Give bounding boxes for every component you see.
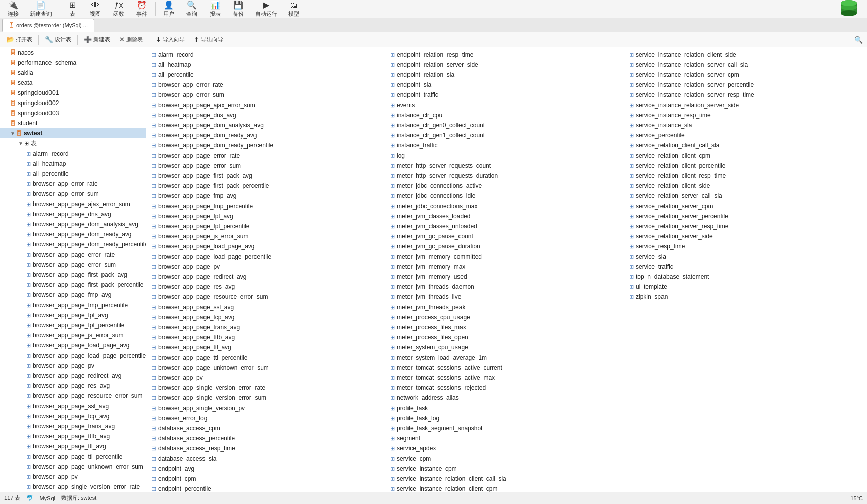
table-item[interactable]: ⊞instance_clr_gen0_collect_count [387,120,626,130]
table-item[interactable]: ⊞instance_traffic [387,140,626,150]
sidebar-item-browser-first-pack-perc[interactable]: ⊞ browser_app_page_first_pack_percentile [0,280,146,290]
sidebar-item-browser-tcp-avg[interactable]: ⊞ browser_app_page_tcp_avg [0,411,146,421]
sidebar-item-tables-folder[interactable]: ▼ ⊞ 表 [0,138,146,148]
table-item[interactable]: ⊞browser_app_error_rate [148,80,387,90]
table-item[interactable]: ⊞meter_tomcat_sessions_active_max [387,373,626,383]
func-btn[interactable]: ƒx 函数 [108,1,130,17]
table-item[interactable]: ⊞browser_app_page_tcp_avg [148,312,387,322]
sidebar-item-browser-dom-ready-avg[interactable]: ⊞ browser_app_page_dom_ready_avg [0,229,146,239]
delete-table-btn[interactable]: ✕ 删除表 [115,34,147,46]
table-item[interactable]: ⊞service_instance_relation_client_cpm [387,484,626,492]
sidebar-item-swtest[interactable]: ▼ 🗄 swtest [0,128,146,138]
table-item[interactable]: ⊞events [387,100,626,110]
sidebar-item-browser-ttfb-avg[interactable]: ⊞ browser_app_page_ttfb_avg [0,431,146,441]
sidebar-item-browser-error-sum[interactable]: ⊞ browser_app_page_error_sum [0,260,146,270]
table-item[interactable]: ⊞service_instance_cpm [387,464,626,474]
table-item[interactable]: ⊞endpoint_sla [387,80,626,90]
sidebar-item-springcloud001[interactable]: 🗄 springcloud001 [0,88,146,98]
table-item[interactable]: ⊞service_relation_client_cpm [626,150,865,161]
table-item[interactable]: ⊞browser_app_page_fmp_avg [148,191,387,201]
table-item[interactable]: ⊞meter_jvm_memory_used [387,272,626,282]
table-item[interactable]: ⊞browser_error_log [148,413,387,423]
table-item[interactable]: ⊞service_apdex [387,443,626,453]
sidebar-item-browser-res-avg[interactable]: ⊞ browser_app_page_res_avg [0,381,146,391]
table-item[interactable]: ⊞endpoint_cpm [148,474,387,484]
new-table-btn[interactable]: ➕ 新建表 [80,34,114,46]
sidebar-item-browser-fpt-perc[interactable]: ⊞ browser_app_page_fpt_percentile [0,320,146,330]
table-item[interactable]: ⊞browser_app_error_sum [148,90,387,100]
table-item[interactable]: ⊞alarm_record [148,49,387,60]
sidebar-item-browser-pv[interactable]: ⊞ browser_app_page_pv [0,361,146,371]
open-table-btn[interactable]: 📂 打开表 [2,34,36,46]
table-item[interactable]: ⊞meter_jvm_gc_pause_duration [387,241,626,251]
sidebar-item-browser-load-page-avg[interactable]: ⊞ browser_app_page_load_page_avg [0,340,146,350]
table-btn[interactable]: ⊞ 表 [61,1,83,17]
table-item[interactable]: ⊞browser_app_pv [148,373,387,383]
table-item[interactable]: ⊞browser_app_page_ttl_percentile [148,352,387,363]
sidebar-item-browser-app-error-sum[interactable]: ⊞ browser_app_error_sum [0,189,146,199]
table-item[interactable]: ⊞profile_task_log [387,413,626,423]
table-item[interactable]: ⊞service_instance_relation_server_call_s… [626,60,865,70]
sidebar-item-browser-app-pv[interactable]: ⊞ browser_app_pv [0,472,146,482]
backup-btn[interactable]: 💾 备份 [227,1,249,17]
table-item[interactable]: ⊞browser_app_page_dom_analysis_avg [148,120,387,130]
table-item[interactable]: ⊞meter_http_server_requests_duration [387,171,626,181]
sidebar-item-browser-dom-ready-perc[interactable]: ⊞ browser_app_page_dom_ready_percentile [0,239,146,249]
table-item[interactable]: ⊞browser_app_page_dom_ready_percentile [148,140,387,150]
table-item[interactable]: ⊞browser_app_page_ssl_avg [148,302,387,312]
table-item[interactable]: ⊞meter_tomcat_sessions_rejected [387,383,626,393]
table-item[interactable]: ⊞meter_jdbc_connections_idle [387,191,626,201]
sidebar-item-browser-fpt-avg[interactable]: ⊞ browser_app_page_fpt_avg [0,310,146,320]
view-btn[interactable]: 👁 视图 [84,1,107,17]
table-item[interactable]: ⊞browser_app_page_js_error_sum [148,231,387,241]
new-query-btn[interactable]: 📄 新建查询 [25,1,57,17]
model-btn[interactable]: 🗂 模型 [283,1,305,17]
sidebar-item-browser-ttl-avg[interactable]: ⊞ browser_app_page_ttl_avg [0,441,146,451]
table-item[interactable]: ⊞ui_template [626,282,865,292]
sidebar-item-seata[interactable]: 🗄 seata [0,78,146,88]
table-item[interactable]: ⊞meter_jvm_classes_loaded [387,211,626,221]
table-item[interactable]: ⊞meter_process_cpu_usage [387,312,626,322]
table-item[interactable]: ⊞endpoint_avg [148,464,387,474]
table-item[interactable]: ⊞browser_app_single_version_error_rate [148,383,387,393]
table-item[interactable]: ⊞service_relation_server_side [626,231,865,241]
import-btn[interactable]: ⬇ 导入向导 [151,34,189,46]
sidebar-item-browser-redirect-avg[interactable]: ⊞ browser_app_page_redirect_avg [0,371,146,381]
table-item[interactable]: ⊞service_percentile [626,130,865,140]
table-item[interactable]: ⊞endpoint_traffic [387,90,626,100]
sidebar-item-browser-ttl-perc[interactable]: ⊞ browser_app_page_ttl_percentile [0,451,146,462]
table-item[interactable]: ⊞profile_task_segment_snapshot [387,423,626,433]
search-icon[interactable]: 🔍 [854,36,863,44]
table-item[interactable]: ⊞service_sla [626,251,865,262]
sidebar-item-browser-ssl-avg[interactable]: ⊞ browser_app_page_ssl_avg [0,401,146,411]
sidebar-item-student[interactable]: 🗄 student [0,118,146,128]
table-item[interactable]: ⊞database_access_cpm [148,423,387,433]
table-item[interactable]: ⊞meter_jvm_classes_unloaded [387,221,626,231]
table-item[interactable]: ⊞browser_app_single_version_error_sum [148,393,387,403]
sidebar-item-springcloud002[interactable]: 🗄 springcloud002 [0,98,146,108]
tab-orders[interactable]: 🗄 orders @testorder (MySql) ... [2,19,94,32]
sidebar-item-browser-dom-analysis[interactable]: ⊞ browser_app_page_dom_analysis_avg [0,219,146,229]
table-item[interactable]: ⊞service_relation_server_resp_time [626,221,865,231]
table-item[interactable]: ⊞endpoint_relation_server_side [387,60,626,70]
table-item[interactable]: ⊞database_access_sla [148,453,387,464]
table-item[interactable]: ⊞meter_jvm_memory_max [387,262,626,272]
table-item[interactable]: ⊞browser_app_page_resource_error_sum [148,292,387,302]
table-item[interactable]: ⊞service_resp_time [626,241,865,251]
table-item[interactable]: ⊞network_address_alias [387,393,626,403]
table-item[interactable]: ⊞browser_app_page_dom_ready_avg [148,130,387,140]
table-item[interactable]: ⊞browser_app_page_fpt_avg [148,211,387,221]
table-item[interactable]: ⊞browser_app_page_error_sum [148,161,387,171]
table-item[interactable]: ⊞segment [387,433,626,443]
table-item[interactable]: ⊞browser_app_page_load_page_avg [148,241,387,251]
sidebar-item-performance-schema[interactable]: 🗄 performance_schema [0,58,146,68]
table-item[interactable]: ⊞service_relation_client_side [626,181,865,191]
table-item[interactable]: ⊞browser_app_page_dns_avg [148,110,387,120]
sidebar-item-browser-js-error-sum[interactable]: ⊞ browser_app_page_js_error_sum [0,330,146,340]
table-item[interactable]: ⊞zipkin_span [626,292,865,302]
table-item[interactable]: ⊞service_instance_resp_time [626,110,865,120]
table-item[interactable]: ⊞service_instance_sla [626,120,865,130]
connect-btn[interactable]: 🔌 连接 [2,1,24,17]
table-item[interactable]: ⊞browser_app_page_res_avg [148,282,387,292]
sidebar-item-all-percentile[interactable]: ⊞ all_percentile [0,169,146,179]
